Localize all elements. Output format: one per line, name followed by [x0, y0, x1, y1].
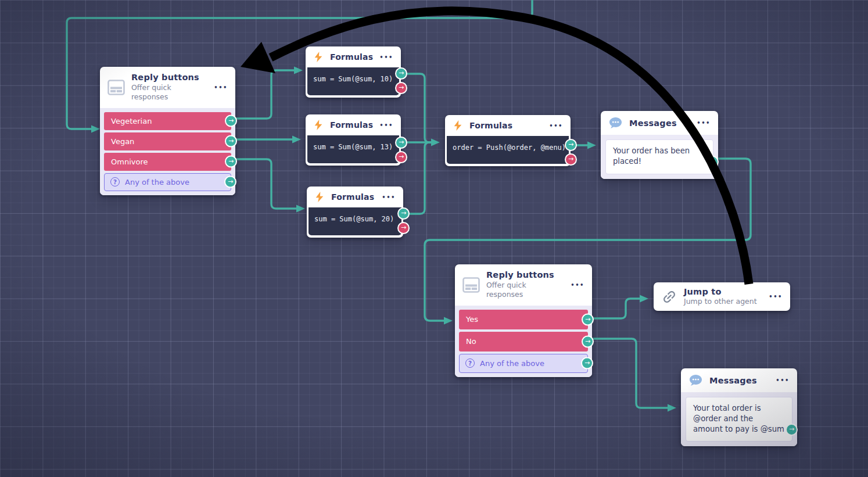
lightning-icon — [453, 120, 463, 131]
more-options-button[interactable]: ••• — [382, 194, 396, 200]
error-output-port[interactable]: → — [565, 153, 577, 166]
success-output-port[interactable]: → — [395, 67, 407, 80]
reply-options-list: Yes → No → ? Any of the above → — [455, 306, 592, 377]
success-output-port[interactable]: → — [397, 207, 410, 220]
formula-expression: sum = Sum(@sum, 10) — [307, 67, 399, 95]
more-options-button[interactable]: ••• — [697, 120, 711, 126]
output-port[interactable]: → — [785, 424, 798, 436]
output-port[interactable]: → — [582, 313, 594, 325]
node-title: Reply buttons — [131, 73, 199, 82]
output-port[interactable]: → — [225, 156, 237, 168]
formulas-node-sum20[interactable]: Formulas ••• sum = Sum(@sum, 20) → → — [307, 187, 403, 238]
reply-option-no[interactable]: No → — [459, 332, 588, 352]
more-options-button[interactable]: ••• — [214, 84, 228, 91]
messages-node-total-order[interactable]: Messages ••• Your total order is @order … — [681, 368, 797, 446]
node-title: Messages — [709, 376, 757, 385]
node-title: Jump to — [684, 287, 757, 296]
formula-expression: sum = Sum(@sum, 20) — [309, 207, 401, 235]
more-options-button[interactable]: ••• — [571, 282, 584, 288]
more-options-button[interactable]: ••• — [379, 54, 393, 60]
reply-buttons-node-menu[interactable]: Reply buttons Offer quick responses ••• … — [100, 67, 235, 195]
success-output-port[interactable]: → — [395, 137, 407, 149]
error-output-port[interactable]: → — [395, 151, 407, 163]
option-label: Omnivore — [111, 157, 148, 166]
message-card[interactable]: Your order has been placed! → — [605, 139, 713, 174]
node-title: Formulas — [330, 120, 373, 130]
question-icon: ? — [465, 358, 475, 368]
jump-to-node[interactable]: Jump to Jump to other agent ••• — [654, 282, 790, 311]
message-text: Your order has been placed! — [613, 146, 690, 166]
formulas-node-sum13[interactable]: Formulas ••• sum = Sum(@sum, 13) → → — [306, 114, 401, 166]
reply-option-any-of-the-above[interactable]: ? Any of the above → — [459, 354, 588, 373]
reply-options-list: Vegeterian → Vegan → Omnivore → ? Any of… — [100, 108, 235, 195]
node-title: Formulas — [469, 121, 512, 130]
reply-option-yes[interactable]: Yes → — [459, 310, 588, 329]
connector-vegeterian-formulas1 — [231, 70, 295, 119]
more-options-button[interactable]: ••• — [776, 377, 790, 383]
node-title: Formulas — [331, 192, 374, 202]
node-header: Reply buttons Offer quick responses ••• — [100, 67, 235, 108]
connector-yes-jump — [589, 299, 640, 318]
reply-buttons-icon — [462, 277, 480, 293]
output-port[interactable]: → — [706, 156, 719, 168]
node-title: Reply buttons — [486, 270, 554, 279]
output-port[interactable]: → — [582, 335, 594, 347]
output-port[interactable]: → — [225, 115, 237, 127]
node-subtitle: Jump to other agent — [684, 297, 757, 306]
option-label: Vegeterian — [111, 117, 152, 125]
node-header: Reply buttons Offer quick responses ••• — [455, 264, 592, 306]
error-output-port[interactable]: → — [397, 222, 410, 234]
message-text: Your total order is @order and the amoun… — [693, 404, 784, 433]
more-options-button[interactable]: ••• — [549, 123, 563, 129]
option-label: Vegan — [111, 137, 134, 146]
reply-buttons-node-confirm[interactable]: Reply buttons Offer quick responses ••• … — [455, 264, 592, 377]
error-output-port[interactable]: → — [395, 82, 407, 94]
flow-canvas[interactable]: Reply buttons Offer quick responses ••• … — [0, 0, 868, 477]
reply-option-vegeterian[interactable]: Vegeterian → — [104, 112, 231, 130]
connector-no-messages2 — [589, 339, 668, 408]
output-port[interactable]: → — [224, 176, 236, 188]
output-port[interactable]: → — [225, 135, 237, 148]
question-icon: ? — [110, 177, 120, 187]
link-chain-icon — [661, 289, 677, 305]
lightning-icon — [313, 119, 324, 131]
lightning-icon — [314, 191, 325, 203]
node-subtitle: Offer quick responses — [131, 83, 195, 102]
connector-formulas3-formulas4 — [403, 142, 431, 214]
message-bubble-icon — [608, 116, 623, 130]
connector-omnivore-formulas3 — [231, 159, 296, 209]
node-subtitle: Offer quick responses — [486, 281, 550, 300]
messages-node-order-placed[interactable]: Messages ••• Your order has been placed!… — [601, 111, 718, 179]
message-bubble-icon — [688, 374, 703, 387]
formula-expression: sum = Sum(@sum, 13) — [307, 135, 399, 163]
reply-option-omnivore[interactable]: Omnivore → — [104, 153, 231, 171]
formulas-node-push-order[interactable]: Formulas ••• order = Push(@order, @menu)… — [445, 115, 571, 166]
more-options-button[interactable]: ••• — [379, 122, 393, 128]
reply-option-vegan[interactable]: Vegan → — [104, 132, 231, 150]
more-options-button[interactable]: ••• — [769, 293, 783, 300]
option-label: Any of the above — [125, 177, 189, 187]
node-title: Messages — [629, 119, 677, 128]
formulas-node-sum10[interactable]: Formulas ••• sum = Sum(@sum, 10) → → — [306, 46, 401, 98]
reply-buttons-icon — [107, 80, 125, 95]
option-label: No — [466, 337, 476, 346]
formula-expression: order = Push(@order, @menu) — [447, 136, 569, 164]
output-port[interactable]: → — [581, 357, 593, 370]
success-output-port[interactable]: → — [565, 139, 577, 151]
node-title: Formulas — [330, 52, 373, 62]
option-label: Yes — [466, 315, 478, 324]
lightning-icon — [313, 51, 324, 63]
option-label: Any of the above — [480, 358, 544, 368]
message-card[interactable]: Your total order is @order and the amoun… — [686, 397, 792, 442]
reply-option-any-of-the-above[interactable]: ? Any of the above → — [104, 173, 231, 191]
